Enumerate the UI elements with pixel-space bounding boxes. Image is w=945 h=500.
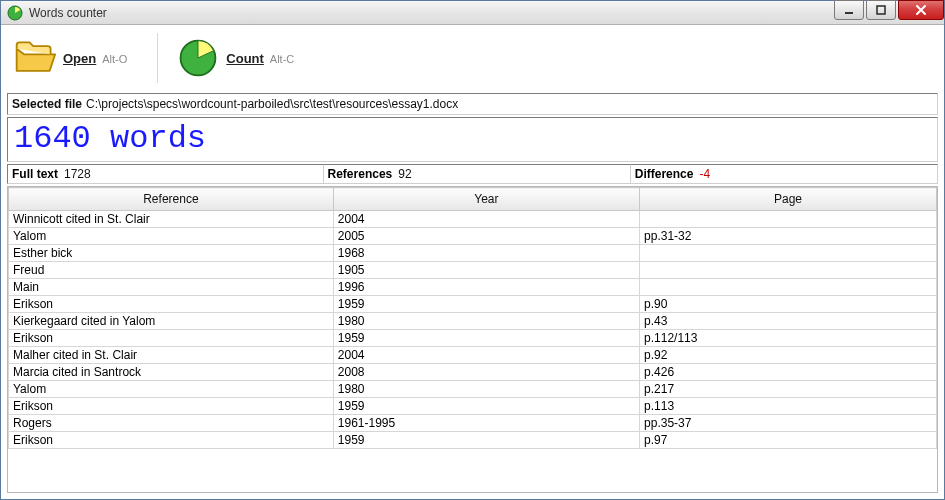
cell-year: 1968 [333, 245, 639, 262]
cell-page: p.112/113 [640, 330, 937, 347]
count-label: Count [226, 51, 264, 66]
difference-label: Difference [635, 167, 694, 181]
table-row[interactable]: Rogers1961-1995pp.35-37 [9, 415, 937, 432]
cell-year: 2005 [333, 228, 639, 245]
pie-chart-icon [176, 36, 220, 80]
cell-reference: Marcia cited in Santrock [9, 364, 334, 381]
full-text-label: Full text [12, 167, 58, 181]
word-count-headline: 1640 words [7, 117, 938, 162]
cell-page: p.113 [640, 398, 937, 415]
difference-value: -4 [699, 167, 710, 181]
cell-page: p.217 [640, 381, 937, 398]
cell-reference: Yalom [9, 228, 334, 245]
cell-reference: Erikson [9, 398, 334, 415]
cell-page: pp.35-37 [640, 415, 937, 432]
window-title: Words counter [29, 5, 107, 21]
cell-page: p.90 [640, 296, 937, 313]
window-controls [834, 0, 944, 20]
cell-reference: Kierkegaard cited in Yalom [9, 313, 334, 330]
table-row[interactable]: Yalom1980p.217 [9, 381, 937, 398]
toolbar: Open Alt-O Count Alt-C [1, 25, 944, 91]
minimize-button[interactable] [834, 0, 864, 20]
references-label: References [328, 167, 393, 181]
references-table-container[interactable]: Reference Year Page Winnicott cited in S… [7, 186, 938, 493]
table-row[interactable]: Erikson1959p.97 [9, 432, 937, 449]
cell-page [640, 245, 937, 262]
references-value: 92 [398, 167, 411, 181]
selected-file-label: Selected file [12, 97, 82, 111]
table-header-row: Reference Year Page [9, 188, 937, 211]
cell-year: 1959 [333, 432, 639, 449]
cell-year: 1905 [333, 262, 639, 279]
cell-year: 1959 [333, 398, 639, 415]
selected-file-row: Selected file C:\projects\specs\wordcoun… [7, 93, 938, 115]
table-row[interactable]: Erikson1959p.90 [9, 296, 937, 313]
difference-stat: Difference -4 [631, 164, 938, 184]
app-window: Words counter [0, 0, 945, 500]
count-hint: Alt-C [270, 53, 294, 65]
cell-year: 2004 [333, 347, 639, 364]
close-button[interactable] [898, 0, 944, 20]
cell-page [640, 279, 937, 296]
cell-year: 1961-1995 [333, 415, 639, 432]
references-stat: References 92 [324, 164, 631, 184]
table-row[interactable]: Main1996 [9, 279, 937, 296]
open-label: Open [63, 51, 96, 66]
col-year[interactable]: Year [333, 188, 639, 211]
cell-page: p.43 [640, 313, 937, 330]
cell-year: 1959 [333, 330, 639, 347]
stats-row: Full text 1728 References 92 Difference … [7, 164, 938, 184]
col-reference[interactable]: Reference [9, 188, 334, 211]
cell-page [640, 211, 937, 228]
cell-year: 2008 [333, 364, 639, 381]
count-button[interactable]: Count Alt-C [172, 34, 298, 82]
cell-reference: Winnicott cited in St. Clair [9, 211, 334, 228]
cell-reference: Main [9, 279, 334, 296]
cell-page [640, 262, 937, 279]
maximize-button[interactable] [866, 0, 896, 20]
full-text-value: 1728 [64, 167, 91, 181]
cell-year: 1980 [333, 313, 639, 330]
table-row[interactable]: Malher cited in St. Clair2004p.92 [9, 347, 937, 364]
titlebar: Words counter [1, 1, 944, 25]
table-row[interactable]: Freud1905 [9, 262, 937, 279]
cell-reference: Yalom [9, 381, 334, 398]
col-page[interactable]: Page [640, 188, 937, 211]
cell-reference: Erikson [9, 432, 334, 449]
table-row[interactable]: Esther bick1968 [9, 245, 937, 262]
table-row[interactable]: Marcia cited in Santrock2008p.426 [9, 364, 937, 381]
cell-year: 1996 [333, 279, 639, 296]
cell-reference: Esther bick [9, 245, 334, 262]
table-row[interactable]: Kierkegaard cited in Yalom1980p.43 [9, 313, 937, 330]
full-text-stat: Full text 1728 [7, 164, 324, 184]
table-row[interactable]: Winnicott cited in St. Clair2004 [9, 211, 937, 228]
cell-year: 1980 [333, 381, 639, 398]
table-row[interactable]: Yalom2005pp.31-32 [9, 228, 937, 245]
svg-rect-1 [845, 12, 853, 14]
open-button[interactable]: Open Alt-O [9, 34, 131, 82]
content-area: Selected file C:\projects\specs\wordcoun… [1, 91, 944, 499]
cell-reference: Malher cited in St. Clair [9, 347, 334, 364]
cell-year: 1959 [333, 296, 639, 313]
cell-reference: Erikson [9, 330, 334, 347]
cell-page: p.426 [640, 364, 937, 381]
table-row[interactable]: Erikson1959p.113 [9, 398, 937, 415]
cell-page: pp.31-32 [640, 228, 937, 245]
references-table: Reference Year Page Winnicott cited in S… [8, 187, 937, 449]
app-icon [7, 5, 23, 21]
cell-page: p.97 [640, 432, 937, 449]
cell-page: p.92 [640, 347, 937, 364]
toolbar-separator [157, 33, 158, 83]
cell-reference: Freud [9, 262, 334, 279]
selected-file-path: C:\projects\specs\wordcount-parboiled\sr… [86, 97, 458, 111]
cell-reference: Rogers [9, 415, 334, 432]
table-row[interactable]: Erikson1959p.112/113 [9, 330, 937, 347]
folder-open-icon [13, 36, 57, 80]
open-hint: Alt-O [102, 53, 127, 65]
cell-year: 2004 [333, 211, 639, 228]
cell-reference: Erikson [9, 296, 334, 313]
svg-rect-2 [877, 6, 885, 14]
